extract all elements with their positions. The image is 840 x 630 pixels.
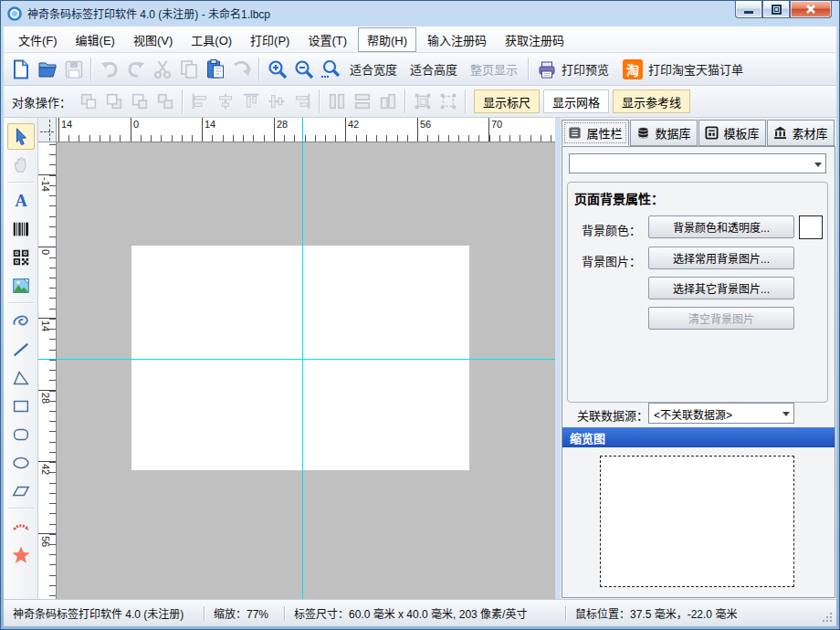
rounded-rectangle-tool[interactable]: [7, 421, 35, 447]
same-size-button[interactable]: [375, 89, 401, 113]
bring-to-front-button[interactable]: [127, 89, 152, 113]
menu-print[interactable]: 打印(P): [241, 27, 299, 52]
bring-forward-button[interactable]: [76, 89, 101, 113]
vertical-ruler-ticks: [49, 144, 56, 599]
vertical-guide-line[interactable]: [302, 142, 303, 599]
menu-get-regcode[interactable]: 获取注册码: [496, 27, 573, 52]
app-icon: [7, 6, 22, 21]
menu-help[interactable]: 帮助(H): [358, 27, 416, 52]
object-selector-combobox[interactable]: [569, 153, 826, 173]
bg-color-swatch: [799, 215, 823, 239]
line-tool[interactable]: [7, 336, 35, 362]
h-ruler-label: 28: [277, 119, 288, 130]
bg-image-clear-button[interactable]: 清空背景图片: [648, 307, 794, 330]
show-ruler-toggle[interactable]: 显示标尺: [474, 89, 540, 113]
tab-database[interactable]: 数据库: [630, 120, 698, 146]
resize-grip[interactable]: [822, 612, 834, 624]
fit-page-button[interactable]: 整页显示: [464, 60, 524, 78]
menu-file[interactable]: 文件(F): [9, 27, 67, 52]
parallelogram-tool[interactable]: [7, 478, 35, 504]
tab-templates[interactable]: 模板库: [698, 120, 766, 146]
window-title: 神奇条码标签打印软件 4.0 (未注册) - 未命名1.lbcp: [27, 5, 270, 21]
align-top-button[interactable]: [238, 89, 264, 113]
horizontal-ruler[interactable]: 14 0 14 28 42 56 70: [57, 118, 555, 142]
image-tool[interactable]: [7, 272, 35, 299]
thumbnail-preview: [600, 456, 794, 587]
horizontal-guide-line[interactable]: [57, 359, 555, 360]
send-backward-button[interactable]: [101, 89, 127, 113]
align-left-button[interactable]: [187, 89, 213, 113]
line-icon: [11, 340, 31, 360]
pan-tool[interactable]: [7, 152, 35, 178]
save-button[interactable]: [60, 57, 87, 82]
barcode-icon: [11, 219, 31, 239]
thumbnail-area: [562, 447, 835, 597]
tab-label: 模板库: [723, 124, 759, 142]
undo-button[interactable]: [96, 57, 122, 82]
cut-button[interactable]: [149, 57, 175, 82]
delete-button[interactable]: [228, 57, 255, 82]
text-tool[interactable]: A: [7, 187, 35, 214]
thumbnail-header: 缩览图: [562, 427, 835, 447]
fit-width-button[interactable]: 适合宽度: [343, 60, 404, 78]
data-source-select[interactable]: <不关联数据源>: [648, 403, 794, 424]
ungroup-button[interactable]: [436, 89, 461, 113]
menu-view[interactable]: 视图(V): [124, 27, 182, 52]
maximize-button[interactable]: [762, 1, 790, 18]
fit-height-button[interactable]: 适合高度: [404, 60, 464, 78]
show-grid-toggle[interactable]: 显示网格: [543, 89, 609, 113]
print-taobao-button[interactable]: 打印淘宝天猫订单: [646, 60, 750, 78]
menu-edit[interactable]: 编辑(E): [67, 27, 124, 52]
minimize-button[interactable]: [735, 1, 762, 18]
zoom-in-button[interactable]: [264, 57, 290, 82]
align-center-vertical-button[interactable]: [264, 89, 289, 113]
bg-image-common-button[interactable]: 选择常用背景图片...: [648, 247, 794, 269]
arc-text-tool[interactable]: [7, 513, 35, 540]
tab-materials[interactable]: 素材库: [767, 120, 835, 146]
same-width-button[interactable]: [324, 89, 350, 113]
curve-tool[interactable]: [7, 308, 35, 334]
copy-button[interactable]: [175, 57, 202, 82]
zoom-actual-button[interactable]: [317, 57, 343, 82]
label-page: [131, 246, 469, 470]
tab-properties[interactable]: 属性栏: [562, 120, 629, 146]
align-right-button[interactable]: [289, 89, 315, 113]
object-toolbar-label: 对象操作：: [12, 93, 71, 110]
close-button[interactable]: [790, 1, 832, 18]
paste-button[interactable]: [202, 57, 228, 82]
star-tool[interactable]: [7, 541, 35, 568]
print-preview-button[interactable]: 打印预览: [560, 60, 615, 78]
group-button[interactable]: [410, 89, 436, 113]
redo-button[interactable]: [122, 57, 149, 82]
ruler-corner[interactable]: [38, 118, 57, 142]
menu-enter-regcode[interactable]: 输入注册码: [418, 27, 496, 52]
triangle-tool[interactable]: [7, 364, 35, 391]
status-app-name: 神奇条码标签打印软件 4.0 (未注册): [13, 605, 195, 621]
rectangle-tool[interactable]: [7, 393, 35, 419]
tool-palette: A: [4, 118, 38, 599]
barcode-tool[interactable]: [7, 215, 35, 242]
show-guides-toggle[interactable]: 显示参考线: [613, 89, 690, 113]
toolbar-separator: [404, 89, 406, 113]
align-center-horizontal-button[interactable]: [213, 89, 238, 113]
qrcode-tool[interactable]: [7, 244, 35, 270]
vertical-ruler[interactable]: -14 0 14 28 42 56: [38, 142, 57, 599]
ellipse-tool[interactable]: [7, 449, 35, 476]
menu-settings[interactable]: 设置(T): [299, 27, 356, 52]
new-document-button[interactable]: [7, 57, 34, 82]
same-height-button[interactable]: [350, 89, 375, 113]
menu-tools[interactable]: 工具(O): [182, 27, 241, 52]
zoom-out-button[interactable]: [290, 57, 317, 82]
design-canvas[interactable]: [57, 142, 555, 599]
bg-image-other-button[interactable]: 选择其它背景图片...: [648, 277, 794, 299]
bg-color-button[interactable]: 背景颜色和透明度...: [648, 215, 794, 238]
ellipse-icon: [11, 453, 31, 473]
horizontal-ruler-ticks: [58, 135, 555, 142]
list-panel-icon: [568, 126, 582, 140]
send-to-back-button[interactable]: [152, 89, 178, 113]
open-button[interactable]: [34, 57, 60, 82]
paste-icon: [205, 58, 226, 80]
status-bar: 神奇条码标签打印软件 4.0 (未注册) 缩放：77% 标签尺寸：60.0 毫米…: [4, 599, 836, 626]
select-tool[interactable]: [7, 123, 35, 150]
status-zoom: 缩放：77%: [214, 605, 276, 621]
